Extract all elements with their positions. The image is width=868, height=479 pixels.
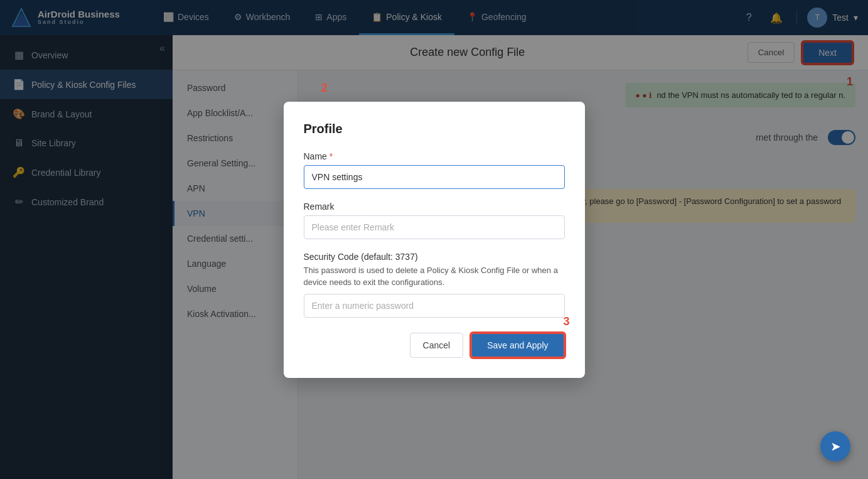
security-form-group: Security Code (default: 3737) This passw… xyxy=(304,252,565,318)
name-label: Name * xyxy=(304,151,565,161)
security-code-input[interactable] xyxy=(304,294,565,318)
save-and-apply-button[interactable]: Save and Apply xyxy=(471,333,564,358)
remark-input[interactable] xyxy=(304,215,565,239)
security-title: Security Code (default: 3737) xyxy=(304,252,565,262)
modal-dialog: Profile Name * Remark Security Code (def… xyxy=(284,102,585,378)
step-2-annotation: 2 xyxy=(321,82,328,95)
remark-label: Remark xyxy=(304,202,565,212)
step-3-annotation: 3 xyxy=(563,315,569,328)
remark-form-group: Remark xyxy=(304,202,565,239)
chat-fab[interactable]: ➤ xyxy=(820,431,850,461)
modal-title: Profile xyxy=(304,122,565,136)
chat-icon: ➤ xyxy=(830,439,841,454)
modal-cancel-button[interactable]: Cancel xyxy=(410,333,464,358)
name-input[interactable] xyxy=(304,165,565,189)
modal-actions: Cancel 3 Save and Apply xyxy=(304,333,565,358)
security-note: This password is used to delete a Policy… xyxy=(304,264,565,289)
modal-overlay: 2 Profile Name * Remark Security Code (d… xyxy=(0,0,868,479)
name-form-group: Name * xyxy=(304,151,565,189)
